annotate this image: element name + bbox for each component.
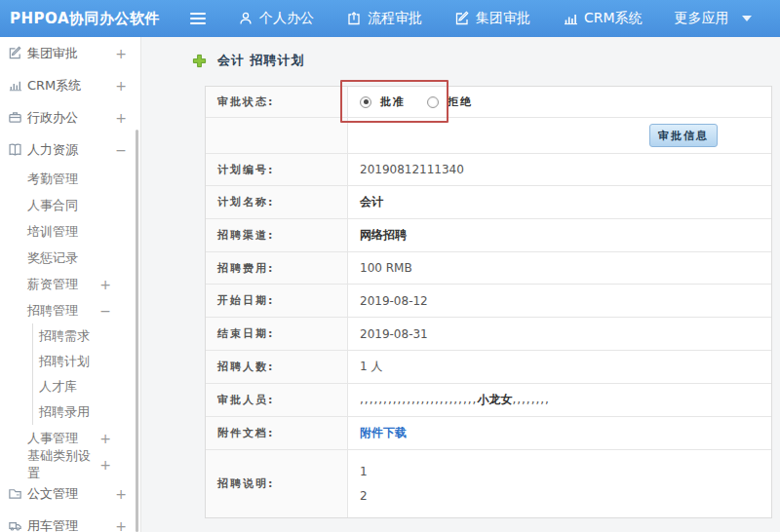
attachment-download-link[interactable]: 附件下载 (360, 425, 407, 441)
sidebar-item-recruitment[interactable]: 招聘管理 − (0, 297, 140, 323)
radio-approve[interactable] (360, 96, 371, 108)
edit-square-icon (454, 11, 470, 26)
sidebar-item-admin-office[interactable]: 行政办公 + (0, 101, 140, 133)
sidebar: 集团审批 + CRM系统 + 行政办公 + (0, 37, 141, 532)
sidebar-item-training[interactable]: 培训管理 (0, 218, 140, 245)
table-row-approval-button: 审批信息 (206, 118, 771, 154)
sidebar-scrollbar[interactable] (136, 130, 138, 532)
truck-icon (8, 518, 22, 532)
table-row-headcount: 招聘人数: 1 人 (206, 351, 771, 384)
page-title: 会计 招聘计划 (192, 52, 305, 69)
content-area: 会计 招聘计划 审批状态: 批准 拒绝 (141, 37, 780, 532)
sidebar-item-salary[interactable]: 薪资管理 + (0, 271, 140, 297)
sidebar-item-recruit-plan[interactable]: 招聘计划 (32, 349, 140, 374)
top-navbar: PHPOA协同办公软件 个人办公 流程审批 (0, 0, 780, 37)
caret-down-icon[interactable] (742, 16, 752, 21)
row-label (206, 118, 348, 153)
bar-chart-icon (563, 11, 578, 26)
collapse-icon[interactable]: − (99, 304, 111, 318)
page-title-text: 会计 招聘计划 (217, 52, 305, 69)
book-icon (8, 142, 22, 157)
expand-icon[interactable]: + (115, 487, 127, 501)
sidebar-item-crm[interactable]: CRM系统 + (0, 69, 140, 101)
approval-info-button[interactable]: 审批信息 (649, 124, 718, 147)
sidebar-item-talent-pool[interactable]: 人才库 (32, 374, 140, 399)
nav-personal-office[interactable]: 个人办公 (238, 10, 314, 27)
sidebar-item-recruit-hire[interactable]: 招聘录用 (32, 399, 140, 425)
radio-reject-label[interactable]: 拒绝 (448, 95, 473, 109)
menu-toggle-icon[interactable] (190, 13, 206, 24)
sidebar-item-vehicle[interactable]: 用车管理 + (0, 510, 140, 532)
row-value: 审批信息 (348, 118, 771, 153)
table-row-end-date: 结束日期: 2019-08-31 (206, 318, 771, 351)
sidebar-item-document[interactable]: 公文管理 + (0, 477, 140, 510)
nav-workflow-approval[interactable]: 流程审批 (346, 10, 422, 27)
table-row-recruit-cost: 招聘费用: 100 RMB (206, 252, 771, 285)
table-row-plan-number: 计划编号: 20190812111340 (206, 154, 771, 186)
table-row-start-date: 开始日期: 2019-08-12 (206, 285, 771, 318)
nav-group-approval[interactable]: 集团审批 (454, 10, 530, 27)
briefcase-icon (8, 110, 22, 125)
sidebar-item-group-approval[interactable]: 集团审批 + (0, 37, 140, 69)
sidebar-item-base-category[interactable]: 基础类别设置 + (0, 451, 140, 477)
expand-icon[interactable]: + (115, 519, 127, 532)
sidebar-item-hr[interactable]: 人力资源 − (0, 133, 140, 166)
table-row-attachment: 附件文档: 附件下载 (206, 417, 771, 450)
workflow-icon (346, 11, 362, 26)
table-row-approval-status: 审批状态: 批准 拒绝 (206, 87, 771, 118)
table-row-recruit-channel: 招聘渠道: 网络招聘 (206, 219, 771, 252)
expand-icon[interactable]: + (99, 458, 111, 472)
collapse-icon[interactable]: − (115, 143, 127, 157)
plus-icon (192, 54, 207, 68)
table-row-approver: 审批人员: ,,,,,,,,,,,,,,,,,,,,,,,,,小龙女,,,,,,… (206, 384, 771, 417)
radio-approve-label[interactable]: 批准 (380, 95, 406, 109)
nav-crm[interactable]: CRM系统 (563, 10, 643, 27)
expand-icon[interactable]: + (115, 79, 127, 93)
sidebar-item-recruit-demand[interactable]: 招聘需求 (32, 323, 140, 349)
expand-icon[interactable]: + (115, 47, 127, 60)
folder-icon (8, 486, 22, 501)
sidebar-item-rewards[interactable]: 奖惩记录 (0, 245, 140, 271)
table-row-plan-name: 计划名称: 会计 (206, 186, 771, 219)
approval-status-radio-group: 批准 拒绝 (360, 95, 473, 109)
expand-icon[interactable]: + (99, 432, 111, 445)
app-logo: PHPOA协同办公软件 (0, 10, 190, 28)
nav-more-apps[interactable]: 更多应用 (675, 10, 729, 27)
radio-reject[interactable] (427, 96, 439, 108)
detail-table: 审批状态: 批准 拒绝 审批信息 (205, 86, 772, 518)
expand-icon[interactable]: + (99, 278, 111, 291)
row-label: 审批状态: (206, 87, 348, 117)
table-row-recruit-note: 招聘说明: 1 2 (206, 450, 771, 517)
edit-square-icon (8, 46, 22, 60)
sidebar-item-hr-contract[interactable]: 人事合同 (0, 192, 140, 218)
expand-icon[interactable]: + (115, 111, 127, 125)
row-value: 批准 拒绝 (348, 87, 771, 117)
sidebar-item-attendance[interactable]: 考勤管理 (0, 166, 140, 192)
approver-value: ,,,,,,,,,,,,,,,,,,,,,,,,,小龙女,,,,,,,, (360, 392, 550, 408)
person-icon (238, 11, 254, 26)
bar-chart-icon (8, 78, 22, 93)
app-window: PHPOA协同办公软件 个人办公 流程审批 (0, 0, 780, 532)
